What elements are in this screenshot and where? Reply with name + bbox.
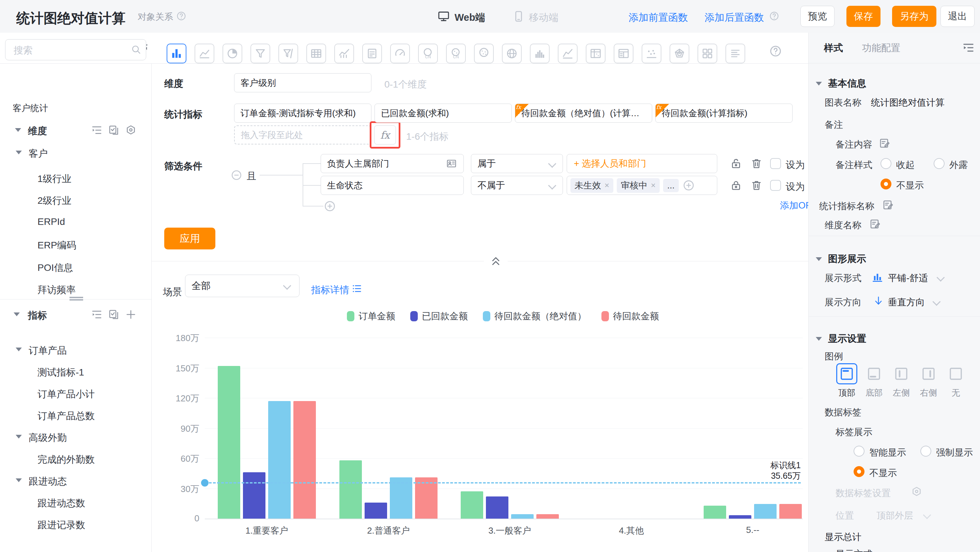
fx-button[interactable]: fx bbox=[374, 126, 396, 145]
tree-group-指标[interactable]: 指标 bbox=[28, 309, 47, 322]
tree-group-维度[interactable]: 维度 bbox=[28, 125, 47, 138]
add-or-link[interactable]: 添加OR bbox=[780, 199, 812, 212]
apply-button[interactable]: 应用 bbox=[164, 227, 215, 250]
bar-待回款金额（绝对值）[interactable] bbox=[511, 514, 534, 519]
bar-待回款金额[interactable] bbox=[415, 477, 438, 519]
bar-待回款金额（绝对值）[interactable] bbox=[754, 504, 776, 519]
tree-field-item[interactable]: 订单产品总数 bbox=[38, 410, 95, 423]
tree-field-item[interactable]: ERP编码 bbox=[38, 239, 76, 252]
label-display-radio-智能显示[interactable] bbox=[854, 446, 864, 457]
tree-caret-icon[interactable] bbox=[16, 435, 22, 439]
filter-delete-icon[interactable] bbox=[750, 179, 763, 191]
legend-pos-左侧[interactable] bbox=[893, 366, 910, 382]
legend-pos-无[interactable] bbox=[948, 366, 964, 382]
mobile-view-toggle[interactable]: 移动端 bbox=[529, 11, 558, 24]
tree-field-item[interactable]: 订单产品小计 bbox=[38, 388, 95, 401]
save-as-button[interactable]: 另存为 bbox=[892, 6, 936, 27]
filter-field[interactable]: 负责人主属部门 bbox=[321, 154, 464, 173]
bar-待回款金额（绝对值）[interactable] bbox=[390, 477, 412, 519]
add-filter-row-icon[interactable] bbox=[323, 200, 336, 213]
tree-caret-icon[interactable] bbox=[16, 348, 22, 351]
metric-chip[interactable]: 订单金额-测试指标专用(求和) bbox=[234, 103, 371, 122]
bar-已回款金额[interactable] bbox=[243, 472, 266, 519]
bar-已回款金额[interactable] bbox=[364, 503, 387, 519]
filter-operator-select[interactable]: 不属于 bbox=[471, 176, 563, 195]
filter-operator-select[interactable]: 属于 bbox=[471, 154, 563, 173]
tree-field-item[interactable]: 完成的外勤数 bbox=[38, 453, 95, 466]
bar-订单金额[interactable] bbox=[704, 506, 726, 519]
remove-and-group-icon[interactable] bbox=[230, 169, 243, 181]
note-style-radio-不显示[interactable] bbox=[880, 178, 891, 189]
metric-chip[interactable]: 待回款金额(计算指标)fx bbox=[655, 103, 792, 122]
legend-pos-顶部[interactable] bbox=[836, 363, 858, 384]
chart-type-map-globe-icon[interactable] bbox=[502, 44, 522, 64]
tree-caret-icon[interactable] bbox=[14, 312, 20, 316]
filter-field[interactable]: 生命状态 bbox=[321, 176, 464, 195]
chart-type-pivot-table-icon[interactable] bbox=[586, 44, 606, 64]
chart-type-map-china-icon[interactable]: CN bbox=[418, 44, 438, 64]
more-tags-chip[interactable]: ... bbox=[663, 179, 679, 192]
bar-待回款金额[interactable] bbox=[536, 514, 559, 519]
marker-line-handle[interactable] bbox=[201, 479, 208, 487]
chart-type-area-chart-icon[interactable] bbox=[558, 44, 578, 64]
panel-collapse-icon[interactable] bbox=[962, 41, 975, 54]
dimension-chip[interactable]: 客户级别 bbox=[234, 73, 371, 92]
bar-待回款金额[interactable] bbox=[779, 504, 802, 519]
filter-set-as-checkbox[interactable] bbox=[770, 180, 781, 191]
add-post-function-link[interactable]: 添加后置函数 bbox=[705, 11, 764, 24]
tree-caret-icon[interactable] bbox=[15, 128, 21, 132]
org-picker-icon[interactable] bbox=[446, 158, 457, 169]
collapse-config-icon[interactable] bbox=[490, 255, 502, 267]
filter-tag[interactable]: 未生效× bbox=[570, 178, 613, 193]
metric-chip[interactable]: 待回款金额（绝对值）(计算…fx bbox=[515, 103, 652, 122]
tree-field-item[interactable]: 拜访频率 bbox=[38, 283, 76, 296]
bar-订单金额[interactable] bbox=[339, 460, 362, 519]
help-icon[interactable] bbox=[176, 11, 187, 21]
drag-handle[interactable] bbox=[70, 297, 83, 301]
chart-type-line-chart-icon[interactable] bbox=[194, 44, 214, 64]
panel-tab-function[interactable]: 功能配置 bbox=[862, 41, 900, 54]
chart-type-pie-chart-icon[interactable] bbox=[223, 44, 242, 64]
tree-field-item[interactable]: POI信息 bbox=[38, 261, 73, 274]
bar-已回款金额[interactable] bbox=[486, 496, 508, 519]
tree-field-item[interactable]: 1级行业 bbox=[38, 172, 72, 185]
direction-value[interactable]: 垂直方向 bbox=[888, 296, 925, 309]
tree-field-item[interactable]: 跟进动态数 bbox=[38, 497, 85, 510]
chart-type-table-icon[interactable] bbox=[306, 44, 326, 64]
filter-delete-icon[interactable] bbox=[750, 157, 763, 170]
legend-pos-底部[interactable] bbox=[866, 366, 882, 382]
note-style-radio-收起[interactable] bbox=[880, 158, 891, 169]
basic-section-caret-icon[interactable] bbox=[816, 82, 822, 86]
bar-订单金额[interactable] bbox=[461, 492, 483, 519]
tree-parent-跟进动态[interactable]: 跟进动态 bbox=[29, 475, 67, 488]
display-section-caret-icon[interactable] bbox=[816, 337, 822, 341]
web-view-toggle[interactable]: Web端 bbox=[455, 11, 485, 24]
settings-icon[interactable] bbox=[125, 124, 137, 136]
chart-type-table-split-icon[interactable] bbox=[614, 44, 633, 64]
legend-item[interactable]: 订单金额 bbox=[347, 310, 395, 322]
metric-chip[interactable]: 已回款金额(求和) bbox=[374, 103, 512, 122]
add-pre-function-link[interactable]: 添加前置函数 bbox=[629, 11, 688, 24]
chart-type-map-world-icon[interactable] bbox=[474, 44, 494, 64]
metric-detail-link[interactable]: 指标详情 bbox=[311, 283, 349, 296]
display-form-value[interactable]: 平铺-舒适 bbox=[888, 272, 928, 284]
chart-type-radar-icon[interactable] bbox=[670, 44, 689, 64]
metric-detail-icon[interactable] bbox=[351, 283, 363, 294]
note-style-radio-外露[interactable] bbox=[934, 158, 945, 169]
legend-item[interactable]: 待回款金额 bbox=[601, 310, 659, 322]
bar-待回款金额[interactable] bbox=[293, 401, 316, 519]
tree-parent-订单产品[interactable]: 订单产品 bbox=[29, 344, 67, 357]
preview-button[interactable]: 预览 bbox=[800, 6, 835, 27]
chart-type-card-layout-icon[interactable] bbox=[697, 44, 717, 64]
filter-set-as-checkbox[interactable] bbox=[770, 158, 781, 169]
add-icon[interactable] bbox=[125, 309, 137, 321]
save-button[interactable]: 保存 bbox=[846, 6, 880, 27]
tree-field-item[interactable]: 跟进记录数 bbox=[38, 519, 85, 531]
chart-type-funnel-icon[interactable] bbox=[250, 44, 270, 64]
function-help-icon[interactable] bbox=[769, 11, 780, 21]
tree-parent-客户[interactable]: 客户 bbox=[29, 147, 48, 160]
filter-lock-icon[interactable] bbox=[730, 157, 742, 170]
bar-已回款金额[interactable] bbox=[729, 515, 751, 519]
exit-button[interactable]: 退出 bbox=[940, 6, 975, 27]
label-display-radio-不显示[interactable] bbox=[854, 466, 864, 477]
